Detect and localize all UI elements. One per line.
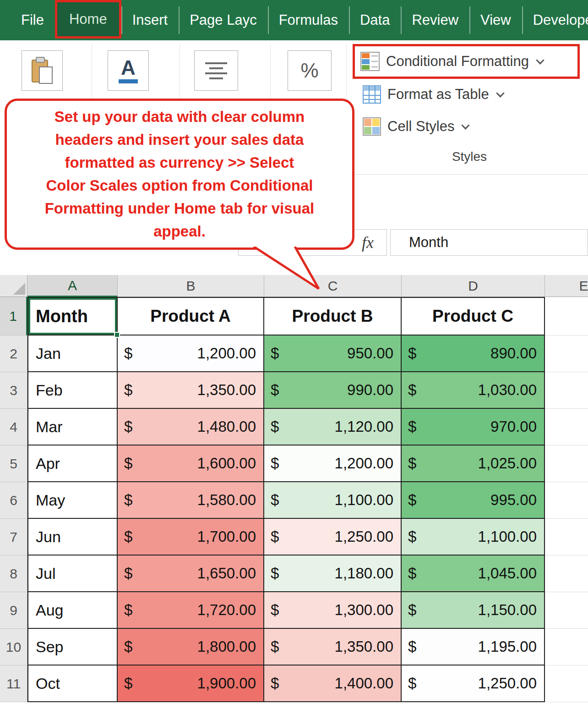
- cell-product-a-jun[interactable]: $1,700.00: [118, 519, 264, 556]
- cell-product-c-oct[interactable]: $1,250.00: [402, 666, 545, 702]
- cell-month-apr[interactable]: Apr: [27, 446, 118, 482]
- row-header-1[interactable]: 1: [0, 297, 27, 336]
- cell-product-a-apr[interactable]: $1,600.00: [118, 446, 264, 482]
- cell-month-feb[interactable]: Feb: [27, 372, 118, 409]
- column-header-d[interactable]: D: [402, 275, 545, 297]
- cell-product-c-mar[interactable]: $970.00: [402, 409, 545, 446]
- row-header-7[interactable]: 7: [0, 519, 27, 556]
- cell-product-c-jul[interactable]: $1,045.00: [402, 556, 545, 592]
- cell-product-a-jul[interactable]: $1,650.00: [118, 556, 264, 592]
- empty-cell-e[interactable]: [545, 446, 588, 482]
- cell-value: 1,900.00: [197, 675, 256, 692]
- chevron-down-icon: [462, 121, 470, 129]
- tab-page-layc[interactable]: Page Layc: [179, 0, 268, 40]
- row-header-8[interactable]: 8: [0, 556, 27, 592]
- cell-value: 1,720.00: [197, 601, 256, 619]
- column-header-e[interactable]: E: [545, 275, 588, 297]
- empty-cell-e[interactable]: [545, 372, 588, 409]
- row-header-9[interactable]: 9: [0, 592, 27, 629]
- cell-product-a-may[interactable]: $1,580.00: [118, 482, 264, 519]
- cell-month-jul[interactable]: Jul: [27, 556, 118, 592]
- cell-product-a-oct[interactable]: $1,900.00: [118, 666, 264, 702]
- tab-formulas[interactable]: Formulas: [268, 0, 349, 40]
- cell-product-b-aug[interactable]: $1,300.00: [264, 592, 402, 629]
- empty-cell-e[interactable]: [545, 666, 588, 702]
- empty-cell-e[interactable]: [545, 592, 588, 629]
- cell-product-c-may[interactable]: $995.00: [402, 482, 545, 519]
- column-header-a[interactable]: A: [27, 275, 118, 297]
- cell-product-c-apr[interactable]: $1,025.00: [402, 446, 545, 482]
- empty-cell-e[interactable]: [545, 409, 588, 446]
- cell-product-c-sep[interactable]: $1,195.00: [402, 629, 545, 666]
- row-header-5[interactable]: 5: [0, 446, 27, 482]
- cell-value: 1,045.00: [478, 565, 537, 582]
- tab-view[interactable]: View: [469, 0, 522, 40]
- cell-product-c-aug[interactable]: $1,150.00: [402, 592, 545, 629]
- empty-cell-e[interactable]: [545, 556, 588, 592]
- row-header-2[interactable]: 2: [0, 336, 27, 372]
- cell-value: 1,580.00: [197, 491, 256, 509]
- format-as-table-button[interactable]: Format as Table: [363, 85, 503, 104]
- tab-file[interactable]: File: [10, 0, 55, 40]
- align-center-button[interactable]: [194, 50, 238, 91]
- cell-product-c-jan[interactable]: $890.00: [402, 336, 545, 372]
- font-color-button[interactable]: A: [108, 50, 149, 91]
- cell-header-b[interactable]: Product A: [118, 297, 264, 336]
- cell-month-mar[interactable]: Mar: [27, 409, 118, 446]
- tab-review[interactable]: Review: [401, 0, 469, 40]
- table-row: 7Jun$1,700.00$1,250.00$1,100.00: [0, 519, 588, 556]
- cell-header-d[interactable]: Product C: [402, 297, 545, 336]
- paste-button[interactable]: [22, 50, 63, 91]
- row-header-3[interactable]: 3: [0, 372, 27, 409]
- conditional-formatting-label: Conditional Formatting: [386, 53, 529, 70]
- cell-month-jun[interactable]: Jun: [27, 519, 118, 556]
- empty-cell-e[interactable]: [545, 336, 588, 372]
- empty-cell-e[interactable]: [545, 482, 588, 519]
- column-header-b[interactable]: B: [118, 275, 264, 297]
- cell-product-b-sep[interactable]: $1,350.00: [264, 629, 402, 666]
- cell-product-b-may[interactable]: $1,100.00: [264, 482, 402, 519]
- percent-style-button[interactable]: %: [288, 50, 332, 91]
- cell-product-b-feb[interactable]: $990.00: [264, 372, 402, 409]
- cell-product-a-sep[interactable]: $1,800.00: [118, 629, 264, 666]
- selection-fill-handle[interactable]: [114, 332, 120, 338]
- cell-value: 1,150.00: [478, 601, 537, 619]
- currency-symbol: $: [271, 601, 279, 619]
- cell-styles-button[interactable]: Cell Styles: [363, 117, 468, 136]
- currency-symbol: $: [271, 528, 279, 545]
- cell-product-b-oct[interactable]: $1,400.00: [264, 666, 402, 702]
- cell-product-a-mar[interactable]: $1,480.00: [118, 409, 264, 446]
- row-header-10[interactable]: 10: [0, 629, 27, 666]
- tab-insert[interactable]: Insert: [121, 0, 179, 40]
- conditional-formatting-button[interactable]: Conditional Formatting: [353, 44, 580, 79]
- select-all-corner[interactable]: [0, 275, 27, 297]
- cell-product-b-jan[interactable]: $950.00: [264, 336, 402, 372]
- cell-product-c-jun[interactable]: $1,100.00: [402, 519, 545, 556]
- cell-month-oct[interactable]: Oct: [27, 666, 118, 702]
- tab-home[interactable]: Home: [55, 0, 121, 38]
- empty-cell-e[interactable]: [545, 297, 588, 336]
- cell-product-a-feb[interactable]: $1,350.00: [118, 372, 264, 409]
- cell-product-b-jun[interactable]: $1,250.00: [264, 519, 402, 556]
- cell-product-b-jul[interactable]: $1,180.00: [264, 556, 402, 592]
- formula-bar-input[interactable]: Month: [390, 229, 588, 256]
- cell-month-aug[interactable]: Aug: [27, 592, 118, 629]
- row-header-11[interactable]: 11: [0, 666, 27, 702]
- cell-product-b-mar[interactable]: $1,120.00: [264, 409, 402, 446]
- cell-month-sep[interactable]: Sep: [27, 629, 118, 666]
- row-header-6[interactable]: 6: [0, 482, 27, 519]
- cell-a1-month[interactable]: Month: [27, 297, 118, 336]
- cell-month-may[interactable]: May: [27, 482, 118, 519]
- cell-month-jan[interactable]: Jan: [27, 336, 118, 372]
- cell-product-a-jan[interactable]: $1,200.00: [118, 336, 264, 372]
- empty-cell-e[interactable]: [545, 519, 588, 556]
- row-header-4[interactable]: 4: [0, 409, 27, 446]
- cell-product-c-feb[interactable]: $1,030.00: [402, 372, 545, 409]
- currency-symbol: $: [271, 418, 279, 435]
- cell-header-c[interactable]: Product B: [264, 297, 402, 336]
- tab-develope[interactable]: Develope: [522, 0, 588, 40]
- cell-product-b-apr[interactable]: $1,200.00: [264, 446, 402, 482]
- tab-data[interactable]: Data: [349, 0, 401, 40]
- empty-cell-e[interactable]: [545, 629, 588, 666]
- cell-product-a-aug[interactable]: $1,720.00: [118, 592, 264, 629]
